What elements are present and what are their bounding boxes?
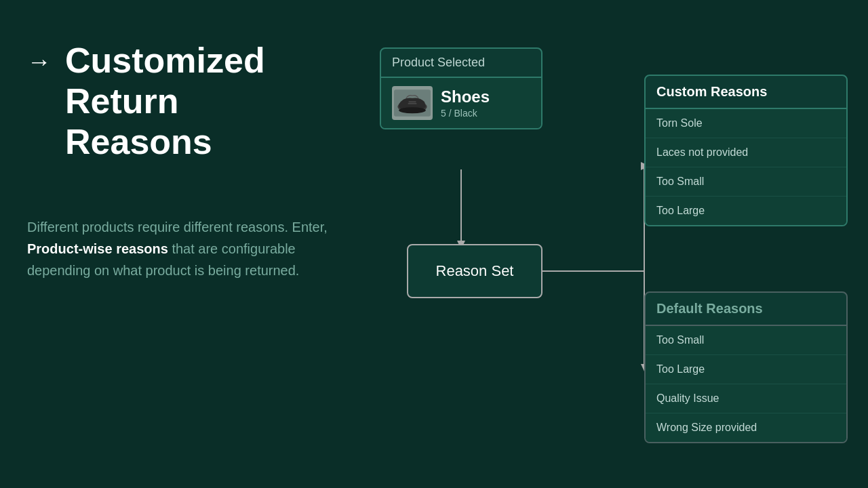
custom-reason-item-1: Laces not provided — [646, 138, 846, 167]
product-box-content: Shoes 5 / Black — [381, 78, 541, 128]
custom-reasons-box: Custom Reasons Torn Sole Laces not provi… — [644, 75, 848, 226]
desc-part1: Different products require different rea… — [27, 220, 328, 235]
product-info: Shoes 5 / Black — [441, 87, 490, 119]
description-text: Different products require different rea… — [27, 216, 339, 281]
main-title: Customized Return Reasons — [65, 41, 265, 162]
product-name: Shoes — [441, 87, 490, 106]
desc-bold: Product-wise reasons — [27, 241, 168, 256]
reason-set-box: Reason Set — [407, 244, 542, 298]
default-reasons-list: Too Small Too Large Quality Issue Wrong … — [646, 326, 846, 442]
default-reason-item-1: Too Large — [646, 355, 846, 384]
default-reasons-header: Default Reasons — [646, 293, 846, 326]
custom-reason-item-3: Too Large — [646, 197, 846, 225]
custom-reasons-list: Torn Sole Laces not provided Too Small T… — [646, 109, 846, 225]
title-line3: Reasons — [65, 122, 212, 161]
product-selected-box: Product Selected Shoes 5 / Black — [380, 47, 542, 129]
svg-point-11 — [399, 107, 426, 113]
default-reason-item-0: Too Small — [646, 326, 846, 355]
title-line1: Customized — [65, 41, 265, 80]
default-reason-item-3: Wrong Size provided — [646, 413, 846, 442]
title-line2: Return — [65, 81, 179, 121]
product-variant: 5 / Black — [441, 108, 490, 119]
product-selected-header: Product Selected — [381, 49, 541, 78]
custom-reasons-header: Custom Reasons — [646, 76, 846, 109]
diagram-area: Product Selected Shoes 5 / Black — [359, 34, 848, 481]
default-reasons-box: Default Reasons Too Small Too Large Qual… — [644, 291, 848, 443]
custom-reason-item-2: Too Small — [646, 167, 846, 197]
left-section: → Customized Return Reasons Different pr… — [27, 41, 339, 281]
shoe-image — [392, 86, 433, 120]
custom-reason-item-0: Torn Sole — [646, 109, 846, 138]
default-reason-item-2: Quality Issue — [646, 384, 846, 413]
reason-set-label: Reason Set — [436, 262, 514, 280]
arrow-title-group: → Customized Return Reasons — [27, 41, 339, 162]
arrow-icon: → — [27, 47, 52, 76]
